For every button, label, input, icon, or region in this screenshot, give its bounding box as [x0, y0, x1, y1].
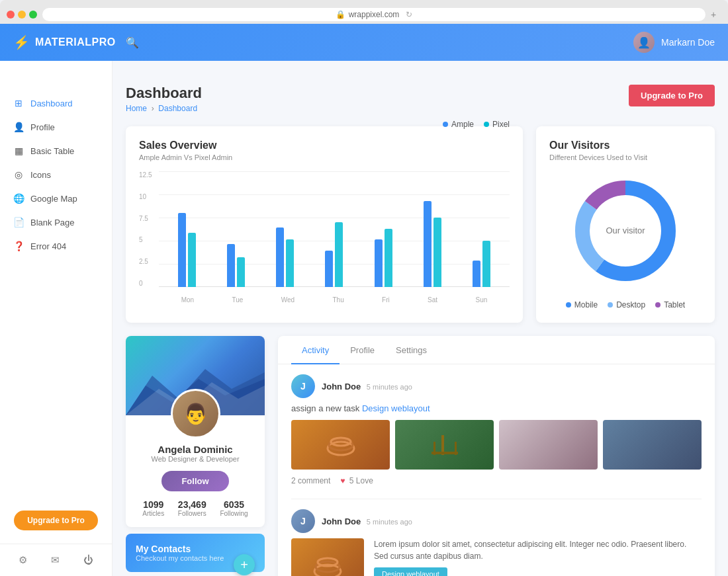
bar-group-fri: [375, 229, 392, 287]
ample-dot: [443, 122, 448, 127]
post-image-3: [499, 420, 598, 470]
bar-pixel-fri: [385, 229, 392, 287]
icons-icon: ◎: [13, 169, 24, 180]
post1-loves: ♥ 5 Love: [340, 476, 373, 485]
bar-ample-thu: [325, 251, 333, 287]
donut-chart: Our visitor: [549, 171, 702, 290]
profile-stats: 1099 Articles 23,469 Followers 6035 Foll…: [136, 499, 255, 517]
sidebar-label-icons: Icons: [30, 170, 51, 180]
stat-following: 6035 Following: [220, 499, 248, 517]
post2-user: John Doe: [322, 516, 361, 526]
logo-icon: ⚡: [13, 34, 30, 50]
visitors-title: Our Visitors: [549, 140, 702, 151]
browser-plus-icon[interactable]: +: [711, 9, 721, 20]
dashboard-icon: ⊞: [13, 98, 24, 108]
blank-icon: 📄: [13, 217, 24, 227]
activity-card: Activity Profile Settings J John Doe 5 m…: [278, 336, 715, 576]
post1-text: assign a new task Design weblayout: [291, 403, 702, 413]
sidebar-label-table: Basic Table: [30, 146, 74, 156]
logo-text: MATERIALPRO: [35, 36, 116, 48]
post1-time: 5 minutes ago: [367, 383, 412, 391]
contacts-fab-button[interactable]: +: [234, 554, 255, 575]
stat-following-value: 6035: [220, 499, 248, 510]
tab-settings[interactable]: Settings: [385, 336, 437, 364]
bar-group-mon: [178, 213, 196, 287]
visitors-card: Our Visitors Different Devices Used to V…: [536, 126, 715, 323]
sidebar-label-dashboard: Dashboard: [30, 99, 73, 108]
sidebar-label-error: Error 404: [30, 241, 66, 251]
post1-link[interactable]: Design weblayout: [362, 403, 430, 413]
tab-activity[interactable]: Activity: [291, 336, 340, 364]
cable-illustration-2: [311, 552, 344, 576]
activity-tabs: Activity Profile Settings: [278, 336, 715, 364]
stat-followers-label: Followers: [178, 510, 206, 517]
post2-avatar: J: [291, 509, 315, 533]
user-profile-area[interactable]: 👤 Markarn Doe: [633, 32, 715, 53]
sidebar-nav: ⊞ Dashboard 👤 Profile ▦ Basic Table ◎ Ic…: [0, 85, 112, 501]
contacts-card: My Contacts Checkout my contacts here +: [126, 534, 265, 572]
sidebar-item-google-map[interactable]: 🌐 Google Map: [0, 186, 112, 210]
topnav: ⚡ MATERIALPRO 🔍 👤 Markarn Doe: [0, 24, 728, 61]
settings-icon[interactable]: ⚙: [19, 554, 27, 566]
post1-images: [291, 420, 702, 470]
tablet-dot: [655, 302, 660, 308]
post-image-1: [291, 420, 390, 470]
profile-name: Angela Dominic: [136, 444, 255, 455]
stat-articles-value: 1099: [142, 499, 164, 510]
post1-meta: John Doe 5 minutes ago: [322, 382, 412, 391]
error-icon: ❓: [13, 241, 24, 251]
address-bar[interactable]: 🔒 wrappixel.com ↻: [42, 8, 705, 21]
mail-icon[interactable]: ✉: [51, 554, 60, 566]
legend-mobile: Mobile: [566, 300, 598, 309]
svg-rect-14: [455, 442, 457, 455]
legend-ample: Ample: [443, 120, 474, 129]
post-image-2: [395, 420, 494, 470]
bar-ample-sat: [424, 201, 432, 287]
follow-button[interactable]: Follow: [161, 471, 228, 491]
sidebar-item-icons[interactable]: ◎ Icons: [0, 163, 112, 186]
sidebar-item-profile[interactable]: 👤 Profile: [0, 115, 112, 139]
breadcrumb-home[interactable]: Home: [126, 104, 147, 113]
bottom-row: 👨 Angela Dominic Web Designer & Develope…: [126, 336, 715, 576]
contacts-title: My Contacts: [136, 544, 255, 554]
stat-followers: 23,469 Followers: [178, 499, 206, 517]
tab-profile[interactable]: Profile: [340, 336, 385, 364]
profile-info: Angela Dominic Web Designer & Developer …: [126, 438, 265, 527]
power-icon[interactable]: ⏻: [83, 554, 93, 566]
sales-title: Sales Overview: [139, 140, 232, 151]
search-icon[interactable]: 🔍: [126, 36, 633, 49]
bar-pixel-thu: [335, 222, 343, 287]
upgrade-pro-button[interactable]: Upgrade to Pro: [629, 85, 715, 106]
bar-ample-sun: [473, 261, 480, 287]
sidebar-item-blank-page[interactable]: 📄 Blank Page: [0, 210, 112, 234]
profile-card: 👨 Angela Dominic Web Designer & Develope…: [126, 336, 265, 527]
activity-post-2: J John Doe 5 minutes ago: [291, 509, 702, 576]
post2-content: Lorem ipsum dolor sit amet, consectetur …: [291, 538, 702, 576]
profile-role: Web Designer & Developer: [136, 455, 255, 463]
profile-column: 👨 Angela Dominic Web Designer & Develope…: [126, 336, 265, 576]
post2-header: J John Doe 5 minutes ago: [291, 509, 702, 533]
bar-group-wed: [276, 227, 294, 287]
post2-tag[interactable]: Design weblayout: [374, 567, 447, 576]
bar-chart: 12.5 10 7.5 5 2.5 0: [139, 171, 510, 304]
sidebar-label-map: Google Map: [30, 194, 77, 204]
activity-feed: J John Doe 5 minutes ago assign a new ta…: [278, 364, 715, 576]
sidebar-item-basic-table[interactable]: ▦ Basic Table: [0, 139, 112, 163]
sales-overview-card: Sales Overview Ample Admin Vs Pixel Admi…: [126, 126, 523, 323]
post-image-4: [603, 420, 702, 470]
post2-description: Lorem ipsum dolor sit amet, consectetur …: [374, 538, 702, 562]
bar-group-sat: [424, 201, 441, 287]
sidebar-item-dashboard[interactable]: ⊞ Dashboard: [0, 91, 112, 115]
profile-avatar: 👨: [171, 389, 220, 438]
top-cards-row: Sales Overview Ample Admin Vs Pixel Admi…: [126, 126, 715, 323]
sidebar-label-profile: Profile: [30, 122, 55, 132]
sales-subtitle: Ample Admin Vs Pixel Admin: [139, 153, 232, 161]
sidebar: ⊞ Dashboard 👤 Profile ▦ Basic Table ◎ Ic…: [0, 24, 113, 576]
sidebar-upgrade-button[interactable]: Upgrade to Pro: [14, 511, 98, 530]
post1-footer: 2 comment ♥ 5 Love: [291, 476, 702, 485]
sidebar-item-error[interactable]: ❓ Error 404: [0, 234, 112, 258]
sidebar-footer: ⚙ ✉ ⏻: [0, 544, 112, 576]
legend-desktop: Desktop: [608, 300, 645, 309]
bar-pixel-sun: [482, 241, 490, 287]
post1-avatar: J: [291, 374, 315, 398]
